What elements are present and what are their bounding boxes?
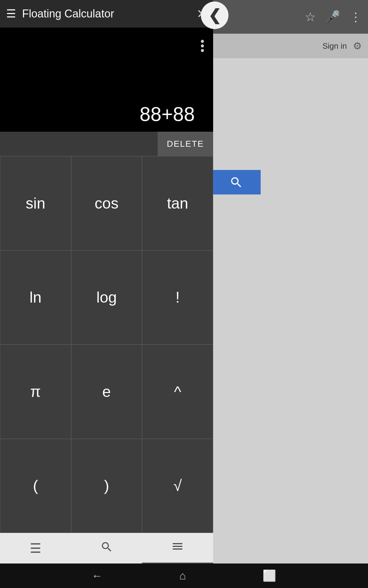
menu-tab-icon: ☰ xyxy=(30,541,41,556)
equals-tab-icon xyxy=(171,540,184,556)
search-tab-icon xyxy=(100,541,113,556)
browser-searchbar xyxy=(212,170,368,194)
star-icon[interactable]: ☆ xyxy=(305,10,316,24)
mic-icon[interactable]: 🎤 xyxy=(325,10,340,24)
key-pi[interactable]: π xyxy=(0,345,71,439)
app-title: Floating Calculator xyxy=(22,7,190,20)
search-button[interactable] xyxy=(212,170,261,194)
search-icon xyxy=(229,175,243,189)
key-tan[interactable]: tan xyxy=(142,156,213,251)
keypad: sin cos tan ln log ! π e ^ ( ) √ xyxy=(0,156,213,533)
system-nav-bar: ← ⌂ ⬜ xyxy=(0,564,368,588)
nav-back-icon[interactable]: ← xyxy=(92,569,103,582)
tab-menu[interactable]: ☰ xyxy=(0,533,71,564)
display-area: 88+88 xyxy=(0,28,213,132)
key-sin[interactable]: sin xyxy=(0,156,71,251)
key-lparen[interactable]: ( xyxy=(0,439,71,533)
display-expression: 88+88 xyxy=(140,103,195,126)
dot3 xyxy=(201,49,204,52)
delete-button[interactable]: DELETE xyxy=(158,132,213,156)
sign-in-button[interactable]: Sign in xyxy=(323,41,347,51)
nav-recent-icon[interactable]: ⬜ xyxy=(263,569,276,582)
back-button[interactable]: ❮ xyxy=(201,2,228,29)
tab-search[interactable] xyxy=(71,533,142,564)
back-arrow-icon: ❮ xyxy=(208,6,221,24)
more-options-icon[interactable]: ⋮ xyxy=(350,10,362,24)
key-rparen[interactable]: ) xyxy=(71,439,142,533)
browser-addressbar: Sign in ⚙ xyxy=(212,34,368,58)
delete-spacer xyxy=(0,132,158,156)
key-cos[interactable]: cos xyxy=(71,156,142,251)
key-power[interactable]: ^ xyxy=(142,345,213,439)
dot1 xyxy=(201,40,204,43)
calculator: ☰ Floating Calculator ✕ 88+88 DELETE sin… xyxy=(0,0,213,564)
key-e[interactable]: e xyxy=(71,345,142,439)
display-menu-icon[interactable] xyxy=(201,40,204,52)
title-bar: ☰ Floating Calculator ✕ xyxy=(0,0,213,28)
settings-icon[interactable]: ⚙ xyxy=(353,40,362,52)
bottom-tabbar: ☰ xyxy=(0,533,213,564)
delete-row: DELETE xyxy=(0,132,213,156)
key-sqrt[interactable]: √ xyxy=(142,439,213,533)
key-ln[interactable]: ln xyxy=(0,251,71,345)
hamburger-icon[interactable]: ☰ xyxy=(6,8,16,19)
tab-equals[interactable] xyxy=(142,533,213,564)
nav-home-icon[interactable]: ⌂ xyxy=(179,569,186,582)
key-factorial[interactable]: ! xyxy=(142,251,213,345)
dot2 xyxy=(201,44,204,47)
key-log[interactable]: log xyxy=(71,251,142,345)
